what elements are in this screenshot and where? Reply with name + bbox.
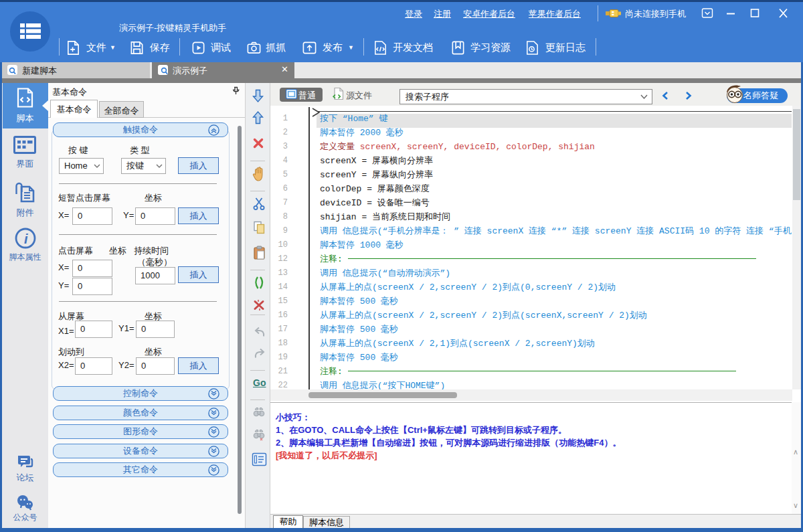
svg-text:i: i xyxy=(24,232,28,246)
